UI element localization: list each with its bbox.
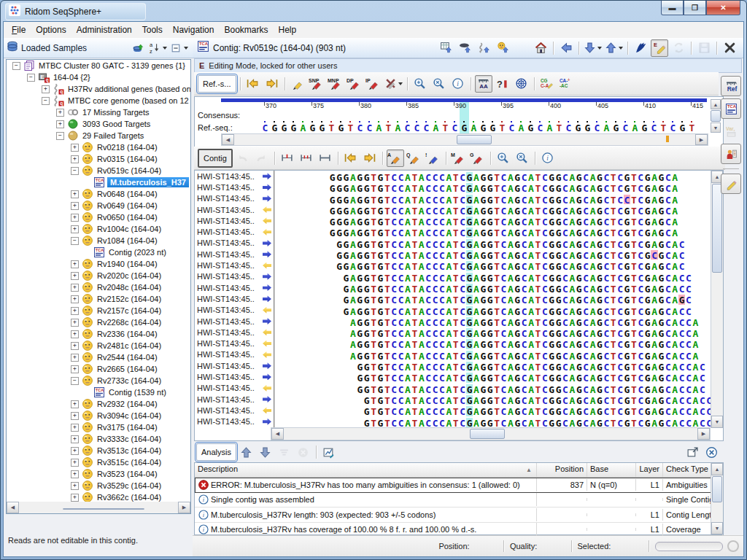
read-row[interactable]: HWI-ST143:45..GTGTCCATACCCATCGAGGTCAGCAT…: [195, 405, 723, 416]
read-sequence[interactable]: GTGTCCATACCCATCGAGGTCAGCATCGGCAGCAGCTCGT…: [275, 394, 723, 405]
tree-expander-icon[interactable]: +: [71, 319, 79, 327]
read-name[interactable]: HWI-ST143:45..: [195, 416, 275, 427]
analysis-table-row[interactable]: iSingle contig was assembledSingle Conti…: [195, 493, 723, 508]
read-sequence[interactable]: GAGGTGTCCATACCCATCGAGGTCAGCATCGGCAGCAGCT…: [275, 293, 723, 304]
tree-expander-icon[interactable]: +: [71, 354, 79, 362]
read-row[interactable]: HWI-ST143:45..GTGTCCATACCCATCGAGGTCAGCAT…: [195, 394, 723, 405]
read-row[interactable]: HWI-ST143:45..GGAGGTGTCCATACCCATCGAGGTCA…: [195, 238, 723, 249]
scroll-down-icon[interactable]: ▼: [711, 122, 721, 133]
scrollbar-thumb[interactable]: [711, 110, 721, 122]
tree-item[interactable]: −Rv0519c (164-04): [7, 165, 190, 176]
read-row[interactable]: HWI-ST143:45..AGGTGTCCATACCCATCGAGGTCAGC…: [195, 338, 723, 349]
tree-item[interactable]: −Rv2733c (164-04): [7, 375, 190, 386]
var-panel-icon[interactable]: Var,: [721, 121, 741, 141]
read-sequence[interactable]: GGGAGGTGTCCATACCCATCGAGGTCAGCATCGGCAGCAG…: [275, 182, 723, 192]
read-sequence[interactable]: GGAGGTGTCCATACCCATCGAGGTCAGCATCGGCAGCAGC…: [275, 260, 723, 271]
tree-item[interactable]: −29 Failed Targets: [7, 130, 190, 141]
tree-item[interactable]: +3093 Good Targets: [7, 118, 190, 130]
tree-horizontal-scrollbar[interactable]: ◀ ▶: [6, 502, 191, 514]
export-gene-icon[interactable]: [475, 39, 492, 57]
read-sequence[interactable]: GGGAGGTGTCCATACCCATCGAGGTCAGCATCGGCAGCAG…: [275, 215, 723, 226]
analysis-table-row[interactable]: ERROR: M.tuberculosis_H37Rv has too many…: [195, 478, 723, 493]
tree-expander-icon[interactable]: +: [42, 85, 50, 93]
tree-item[interactable]: TCAM.tuberculosis_H37: [7, 176, 190, 188]
scroll-down-icon[interactable]: ▼: [711, 416, 723, 428]
consensus-vertical-scrollbar[interactable]: ▲ ▼: [711, 99, 721, 133]
a-pen-icon[interactable]: A: [387, 149, 404, 167]
gap-span-icon[interactable]: [317, 149, 334, 167]
analysis-table-header[interactable]: Description▲PositionBaseLayerCheck Type: [195, 463, 723, 478]
read-name[interactable]: HWI-ST143:45..: [195, 193, 275, 204]
ref-seq-button[interactable]: Ref.-s...: [198, 75, 236, 93]
read-sequence[interactable]: GGTGTCCATACCCATCGAGGTCAGCATCGGCAGCAGCTCG…: [275, 371, 723, 382]
menu-item-file[interactable]: File: [7, 23, 31, 36]
tree-item[interactable]: +Rv2932 (164-04): [7, 398, 190, 410]
export-table-icon[interactable]: [437, 39, 454, 57]
scroll-left-icon[interactable]: ◀: [271, 428, 284, 440]
pen-panel-icon[interactable]: [721, 174, 741, 194]
read-name[interactable]: HWI-ST143:45..: [195, 371, 275, 382]
tree-expander-icon[interactable]: +: [71, 342, 79, 350]
scrollbar-thumb[interactable]: [712, 184, 722, 273]
tree-item[interactable]: +Rv1004c (164-04): [7, 223, 190, 235]
tree-item[interactable]: +Rv3513c (164-04): [7, 445, 190, 456]
export-chart-icon[interactable]: [320, 443, 338, 461]
tree-expander-icon[interactable]: +: [71, 470, 79, 478]
filter-icon[interactable]: [276, 443, 293, 461]
tree-item[interactable]: TCAContig (2023 nt): [7, 246, 190, 258]
tree-expander-icon[interactable]: +: [71, 307, 79, 315]
down-icon[interactable]: [257, 443, 274, 461]
read-name[interactable]: HWI-ST143:45..: [195, 349, 275, 360]
tree-item[interactable]: +Rv2544 (164-04): [7, 351, 190, 363]
undo-icon[interactable]: [234, 149, 252, 167]
tree-expander-icon[interactable]: −: [71, 377, 79, 385]
read-name[interactable]: HWI-ST143:45..: [195, 249, 275, 260]
tree-expander-icon[interactable]: +: [71, 330, 79, 338]
import-samples-icon[interactable]: [129, 39, 147, 57]
read-sequence[interactable]: GGGAGGTGTCCATACCCATCGAGGTCAGCATCGGCAGCAG…: [275, 193, 723, 204]
read-row[interactable]: HWI-ST143:45..GTGTCCATACCCATCGAGGTCAGCAT…: [195, 416, 723, 427]
maximize-button[interactable]: ❐: [684, 1, 706, 15]
tree-expander-icon[interactable]: −: [12, 62, 20, 70]
snp-pen-icon[interactable]: SNP: [308, 75, 325, 93]
next-diff-icon[interactable]: [263, 75, 281, 93]
save-icon[interactable]: [695, 39, 713, 57]
read-row[interactable]: HWI-ST143:45..GGTGTCCATACCCATCGAGGTCAGCA…: [195, 371, 723, 382]
column-header-base[interactable]: Base: [587, 463, 636, 477]
up-icon[interactable]: [238, 443, 255, 461]
read-name[interactable]: HWI-ST143:45..: [195, 171, 275, 182]
reference-sequence-row[interactable]: CGGGAGGTGTCCATACCCATCGAGGTCAGCATCGGCAGCA…: [260, 121, 697, 134]
read-sequence[interactable]: GTGTCCATACCCATCGAGGTCAGCATCGGCAGCAGCTCGT…: [275, 405, 723, 416]
prev-diff-icon[interactable]: [342, 149, 360, 167]
tree-expander-icon[interactable]: +: [71, 144, 79, 152]
menu-item-administration[interactable]: Administration: [71, 23, 137, 36]
sample-panel-icon[interactable]: [721, 144, 741, 164]
aa-ruler-icon[interactable]: AA: [475, 75, 492, 93]
column-header-description[interactable]: Description▲: [195, 463, 537, 477]
read-row[interactable]: HWI-ST143:45..GGGAGGTGTCCATACCCATCGAGGTC…: [195, 193, 723, 204]
scroll-left-icon[interactable]: ◀: [7, 502, 19, 513]
tree-item[interactable]: +Rv2336 (164-04): [7, 328, 190, 340]
tree-expander-icon[interactable]: +: [71, 295, 79, 303]
read-name[interactable]: HWI-ST143:45..: [195, 204, 275, 215]
read-sequence[interactable]: AGGTGTCCATACCCATCGAGGTCAGCATCGGCAGCAGCTC…: [275, 338, 723, 349]
ip-pen-icon[interactable]: IP: [365, 75, 382, 93]
analysis-table-row[interactable]: iM.tuberculosis_H37Rv length: 903 (expec…: [195, 508, 723, 523]
quality-icon[interactable]: ?: [494, 75, 511, 93]
read-row[interactable]: HWI-ST143:45..GGTGTCCATACCCATCGAGGTCAGCA…: [195, 360, 723, 371]
read-sequence[interactable]: GGGAGGTGTCCATACCCATCGAGGTCAGCATCGGCAGCAG…: [275, 171, 723, 182]
tree-item[interactable]: −Eq164-04 {2}: [7, 71, 190, 83]
read-name[interactable]: HWI-ST143:45..: [195, 316, 275, 327]
tree-expander-icon[interactable]: +: [71, 424, 79, 432]
tree-expander-icon[interactable]: +: [71, 494, 79, 502]
tree-item[interactable]: +Rv2268c (164-04): [7, 316, 190, 328]
tree-item[interactable]: +Rv3523 (164-04): [7, 468, 190, 480]
home-icon[interactable]: [532, 39, 549, 57]
contig-panel-icon[interactable]: TCA: [721, 98, 741, 119]
tree-item[interactable]: +Rv3175 (164-04): [7, 421, 190, 433]
read-name[interactable]: HWI-ST143:45..: [195, 360, 275, 371]
m-pen-icon[interactable]: M: [450, 149, 468, 167]
read-sequence[interactable]: GAGGTGTCCATACCCATCGAGGTCAGCATCGGCAGCAGCT…: [275, 271, 723, 282]
detach-close-icon[interactable]: [703, 443, 720, 461]
tree-expander-icon[interactable]: +: [71, 225, 79, 233]
